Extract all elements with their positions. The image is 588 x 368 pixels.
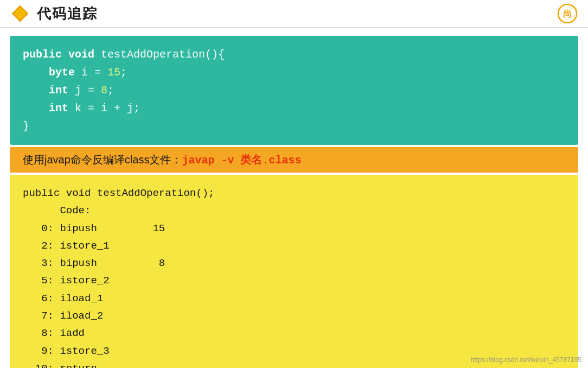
banner-orange: 使用javap命令反编译class文件： javap -v 类名.class	[10, 147, 578, 173]
code-yellow-line: 3: bipush 8	[23, 257, 165, 269]
code-block-teal: public void testAddOperation(){ byte i =…	[10, 36, 578, 145]
code-yellow-line: 9: istore_3	[23, 345, 110, 357]
code-yellow-line: 10: return	[23, 363, 97, 368]
code-yellow-line: 8: iadd	[23, 327, 85, 339]
code-line-3: int j = 8;	[23, 84, 114, 97]
code-yellow-line: Code:	[23, 205, 91, 217]
code-yellow-line: public void testAddOperation();	[23, 187, 214, 199]
page-title: 代码追踪	[37, 4, 98, 23]
diamond-icon	[11, 4, 29, 23]
code-yellow-line: 6: iload_1	[23, 293, 103, 304]
banner-cmd: javap -v 类名.class	[182, 153, 301, 167]
code-block-yellow: public void testAddOperation(); Code: 0:…	[10, 175, 578, 368]
brand-icon: 尚	[558, 4, 577, 23]
code-yellow-line: 2: istore_1	[23, 240, 110, 252]
svg-text:尚: 尚	[563, 9, 572, 18]
code-teal-pre: public void testAddOperation(){ byte i =…	[23, 46, 565, 135]
header-left: 代码追踪	[11, 4, 98, 23]
code-line-5: }	[23, 120, 29, 132]
code-yellow-pre: public void testAddOperation(); Code: 0:…	[23, 185, 565, 368]
content-area: public void testAddOperation(){ byte i =…	[0, 28, 588, 368]
code-yellow-line: 7: iload_2	[23, 310, 103, 322]
code-yellow-line: 5: istore_2	[23, 275, 110, 287]
code-yellow-line: 0: bipush 15	[23, 223, 165, 234]
watermark: https://blog.csdn.net/weixin_45787195	[471, 356, 581, 364]
header-right: 尚	[558, 4, 577, 23]
code-line-2: byte i = 15;	[23, 66, 127, 79]
code-line-1: public void testAddOperation(){	[23, 48, 225, 61]
header: 代码追踪 尚	[0, 0, 588, 28]
code-line-4: int k = i + j;	[23, 102, 140, 115]
banner-text-before: 使用javap命令反编译class文件：	[23, 153, 182, 167]
